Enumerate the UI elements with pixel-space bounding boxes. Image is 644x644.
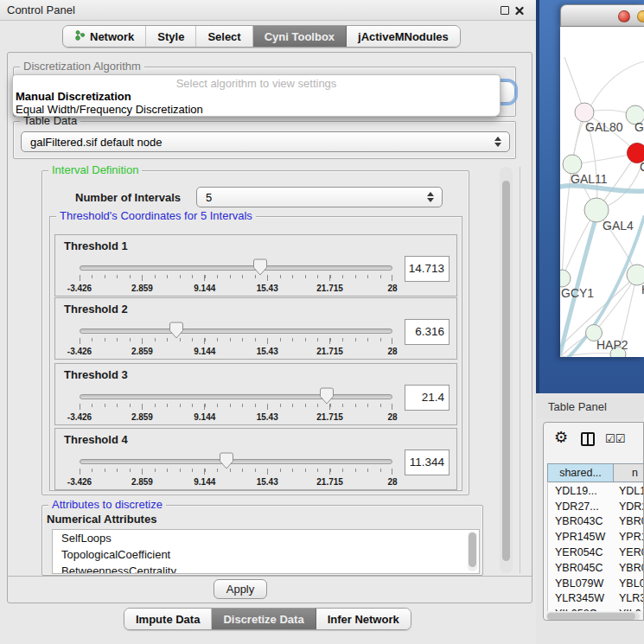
tab-network[interactable]: Network [63, 26, 146, 47]
attributes-group: Attributes to discretize Numerical Attri… [41, 505, 483, 576]
tick-labels: -3.426 2.859 9.144 15.43 21.715 28 [80, 284, 392, 294]
slider-track[interactable] [80, 459, 392, 464]
slider-track[interactable] [80, 394, 392, 399]
slider-ticks [80, 404, 392, 411]
threshold-value-field[interactable]: 21.4 [405, 385, 450, 411]
slider-thumb[interactable] [220, 452, 233, 469]
table-panel-titlebar: Table Panel [536, 396, 644, 418]
apply-button[interactable]: Apply [214, 579, 267, 599]
close-icon[interactable] [514, 5, 525, 19]
label-gcy1: GCY1 [561, 286, 594, 300]
slider-ticks [80, 275, 392, 282]
table-row[interactable]: YDL19...YDL1 [548, 483, 644, 499]
slider-thumb[interactable] [253, 258, 267, 276]
table-row[interactable]: YBL079WYBL0 [548, 576, 644, 591]
tab-cyni-toolbox[interactable]: Cyni Toolbox [253, 26, 347, 47]
checkboxes-icon[interactable]: ☑☑ [605, 432, 625, 445]
label-c: C [640, 160, 644, 174]
columns-icon[interactable] [581, 432, 595, 446]
top-tab-bar: Network Style Select Cyni Toolbox jActiv… [62, 25, 461, 48]
spinner-arrows-icon [427, 192, 434, 202]
slider-ticks [80, 469, 392, 475]
threshold-1-slider[interactable]: -3.426 2.859 9.144 15.43 21.715 28 [80, 264, 392, 296]
table-data-combobox[interactable]: galFiltered.sif default node [21, 131, 510, 152]
algorithm-dropdown-popup: Select algorithm to view settings Manual… [12, 74, 501, 117]
threshold-3-panel: Threshold 3 -3.426 2.859 9.144 15.43 21 [54, 363, 457, 425]
app-root: { "panel": { "title": "Control Panel" },… [0, 0, 644, 644]
threshold-2-slider[interactable]: -3.426 2.859 9.144 15.43 21.715 28 [80, 327, 392, 360]
threshold-label: Threshold 3 [64, 368, 128, 381]
table-row[interactable]: YBR043CYBR0 [548, 514, 644, 530]
slider-thumb[interactable] [169, 322, 183, 339]
slider-track[interactable] [80, 328, 392, 334]
label-ga: GA [634, 120, 644, 134]
gear-icon[interactable]: ⚙ [554, 428, 568, 447]
numerical-attributes-label: Numerical Attributes [47, 513, 156, 526]
dropdown-hint: Select algorithm to view settings [13, 77, 500, 90]
threshold-4-slider[interactable]: -3.426 2.859 9.144 15.43 21.715 28 [80, 457, 392, 490]
network-canvas[interactable]: GAL80 GA GAL11 GAL4 GCY1 H HAP2 C [560, 27, 644, 357]
table-row[interactable]: YDR27...YDR2 [548, 499, 644, 514]
table-panel-title: Table Panel [548, 400, 607, 413]
network-icon [74, 29, 86, 44]
slider-thumb[interactable] [320, 387, 334, 405]
combo-arrows-icon [494, 137, 501, 147]
column-header-shared[interactable]: shared... [547, 463, 614, 482]
table-row[interactable]: YPR145WYPR1 [548, 529, 644, 545]
divider [520, 167, 520, 573]
group-title: Threshold's Coordinates for 5 Intervals [56, 209, 256, 222]
threshold-value-field[interactable]: 11.344 [405, 450, 450, 475]
tab-infer-network[interactable]: Infer Network [316, 609, 411, 629]
network-desktop: GAL80 GA GAL11 GAL4 GCY1 H HAP2 C [536, 0, 644, 393]
threshold-value-field[interactable]: 6.316 [405, 319, 450, 345]
table-row[interactable]: YBR045CYBR0 [548, 560, 644, 576]
table-body[interactable]: YDL19...YDL1 YDR27...YDR2 YBR043CYBR0 YP… [547, 483, 644, 611]
tab-impute-data[interactable]: Impute Data [124, 609, 212, 629]
group-title: Interval Definition [48, 163, 142, 176]
tab-style[interactable]: Style [146, 26, 196, 47]
node-gcy1[interactable] [560, 270, 571, 287]
float-window-icon[interactable] [501, 6, 509, 15]
control-panel-titlebar: Control Panel [0, 0, 536, 21]
table-horizontal-scrollbar[interactable] [546, 612, 640, 621]
node-gal11[interactable] [563, 155, 582, 174]
attributes-list[interactable]: SelfLoops TopologicalCoefficient Between… [52, 529, 480, 574]
slider-track[interactable] [80, 265, 392, 271]
threshold-label: Threshold 1 [64, 239, 128, 252]
group-title: Attributes to discretize [48, 498, 166, 511]
label-gal11: GAL11 [571, 172, 608, 186]
panel-title: Control Panel [7, 3, 75, 16]
tab-jactivemnodules[interactable]: jActiveMNodules [347, 26, 460, 47]
list-item[interactable]: TopologicalCoefficient [53, 546, 479, 563]
table-row[interactable]: YLR345WYLR3 [548, 591, 644, 607]
bottom-tab-bar: Impute Data Discretize Data Infer Networ… [124, 608, 411, 630]
threshold-3-slider[interactable]: -3.426 2.859 9.144 15.43 21.715 28 [80, 392, 392, 425]
table-panel: ⚙ ☑☑ shared... n YDL19...YDL1 YDR27...YD… [543, 422, 644, 621]
slider-ticks [80, 338, 392, 345]
control-panel: Control Panel Network Style Select Cyni … [0, 0, 536, 644]
network-window-titlebar[interactable] [560, 4, 644, 27]
node-pink[interactable] [575, 103, 594, 122]
tab-select[interactable]: Select [196, 26, 252, 47]
table-data-group: Table Data galFiltered.sif default node [13, 121, 516, 159]
group-title: Discretization Algorithm [20, 60, 144, 73]
list-item[interactable]: SelfLoops [53, 530, 479, 546]
threshold-value-field[interactable]: 14.713 [405, 256, 450, 282]
number-of-intervals-label: Number of Intervals [75, 191, 181, 204]
table-row[interactable]: YER054CYER0 [548, 545, 644, 560]
column-header-name[interactable]: n [614, 463, 644, 482]
table-row[interactable]: YIL052CYIL0 [548, 606, 644, 611]
number-of-intervals-spinner[interactable]: 5 [196, 187, 443, 207]
panel-scrollbar[interactable] [500, 167, 513, 573]
table-data-value: galFiltered.sif default node [22, 136, 494, 149]
list-item[interactable]: BetweennessCentrality [53, 563, 479, 574]
window-minimize-icon[interactable] [637, 10, 644, 22]
tab-discretize-data[interactable]: Discretize Data [212, 609, 316, 629]
threshold-1-panel: Threshold 1 -3.426 2.859 9.144 15.43 21 [54, 234, 457, 296]
list-scrollbar[interactable] [468, 532, 477, 571]
dropdown-option-equal-width[interactable]: Equal Width/Frequency Discretization [13, 103, 500, 116]
intervals-value: 5 [197, 191, 427, 204]
dropdown-option-manual[interactable]: Manual Discretization [13, 90, 500, 103]
tick-labels: -3.426 2.859 9.144 15.43 21.715 28 [80, 347, 392, 357]
window-close-icon[interactable] [618, 10, 630, 22]
